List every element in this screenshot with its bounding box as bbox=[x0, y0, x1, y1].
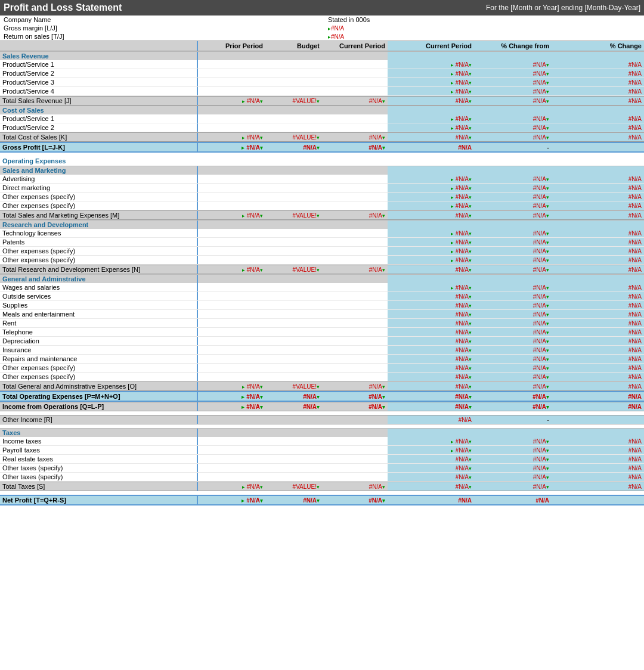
total-operating-expenses-row: Total Operating Expenses [P=M+N+O] ▸ #N/… bbox=[0, 391, 644, 402]
item-prior bbox=[197, 69, 265, 77]
table-row: Outside services #N/A▾ #N/A▾ #N/A bbox=[0, 292, 644, 301]
item-label: Product/Service 4 bbox=[0, 87, 197, 95]
total-sales-pct2: #N/A bbox=[552, 97, 644, 105]
item-prior bbox=[197, 60, 265, 69]
item-pct2: #N/A bbox=[552, 87, 644, 95]
company-name: Company Name bbox=[4, 16, 322, 23]
total-sales-budget: #VALUE!▾ bbox=[265, 97, 322, 105]
table-row: Product/Service 2 ▸ #N/A▾ #N/A▾ #N/A bbox=[0, 123, 644, 132]
table-row: Wages and salaries ▸ #N/A▾ #N/A▾ #N/A bbox=[0, 283, 644, 292]
table-row: Supplies #N/A▾ #N/A▾ #N/A bbox=[0, 301, 644, 310]
item-pct: #N/A▾ bbox=[474, 69, 552, 77]
total-sales-label: Total Sales Revenue [J] bbox=[0, 97, 197, 105]
table-row: Product/Service 1 ▸ #N/A▾ #N/A▾ #N/A bbox=[0, 114, 644, 123]
item-current2: ▸ #N/A▾ bbox=[388, 87, 474, 95]
item-pct2: #N/A bbox=[552, 60, 644, 69]
table-row: Product/Service 4 ▸ #N/A▾ #N/A▾ #N/A bbox=[0, 87, 644, 96]
col-current2-header: Current Period bbox=[388, 41, 474, 51]
col-pct2-header: % Change bbox=[552, 41, 644, 51]
table-row: Meals and entertainment #N/A▾ #N/A▾ #N/A bbox=[0, 310, 644, 319]
taxes-section-header: Taxes bbox=[0, 428, 644, 437]
item-budget bbox=[265, 60, 322, 69]
col-current1-header: Current Period bbox=[322, 41, 388, 51]
total-sales-pct: #N/A▾ bbox=[474, 97, 552, 105]
table-row: Product/Service 3 ▸ #N/A▾ #N/A▾ #N/A bbox=[0, 78, 644, 87]
operating-expenses-header: Operating Expenses bbox=[0, 156, 644, 166]
total-sales-revenue-row: Total Sales Revenue [J] ▸ #N/A▾ #VALUE!▾… bbox=[0, 96, 644, 106]
sr-prior bbox=[197, 52, 265, 60]
item-label: Product/Service 3 bbox=[0, 78, 197, 86]
cost-of-sales-section-header: Cost of Sales bbox=[0, 106, 644, 114]
table-row: Direct marketing ▸ #N/A▾ #N/A▾ #N/A bbox=[0, 184, 644, 193]
table-row: Other expenses (specify) #N/A▾ #N/A▾ #N/… bbox=[0, 373, 644, 381]
net-profit-row: Net Profit [T=Q+R-S] ▸ #N/A▾ #N/A▾ #N/A▾… bbox=[0, 495, 644, 505]
table-row: Product/Service 1 ▸ #N/A▾ #N/A▾ #N/A bbox=[0, 60, 644, 69]
col-budget-header: Budget bbox=[265, 41, 322, 51]
total-cos-label: Total Cost of Sales [K] bbox=[0, 133, 197, 141]
item-current1 bbox=[322, 87, 388, 95]
sales-marketing-section-header: Sales and Marketing bbox=[0, 166, 644, 175]
sr-current2 bbox=[388, 52, 474, 60]
sr-pct2 bbox=[552, 52, 644, 60]
sales-marketing-label: Sales and Marketing bbox=[0, 166, 197, 175]
gross-margin-value: ▸#N/A bbox=[322, 24, 640, 32]
col-prior-period-header: Prior Period bbox=[197, 41, 265, 51]
gross-margin-label: Gross margin [L/J] bbox=[4, 24, 322, 32]
table-row: Other expenses (specify) ▸ #N/A▾ #N/A▾ #… bbox=[0, 201, 644, 210]
item-prior bbox=[197, 87, 265, 95]
item-pct: #N/A▾ bbox=[474, 87, 552, 95]
table-row: Repairs and maintenance #N/A▾ #N/A▾ #N/A bbox=[0, 355, 644, 364]
item-current2: ▸ #N/A▾ bbox=[388, 78, 474, 86]
table-row: Income taxes ▸ #N/A▾ #N/A▾ #N/A bbox=[0, 437, 644, 446]
item-label: Product/Service 2 bbox=[0, 69, 197, 77]
table-row: Rent #N/A▾ #N/A▾ #N/A bbox=[0, 319, 644, 328]
stated-label: Stated in 000s bbox=[322, 16, 640, 23]
table-row: Other taxes (specify) #N/A▾ #N/A▾ #N/A bbox=[0, 473, 644, 482]
total-sales-current1: #N/A▾ bbox=[322, 97, 388, 105]
table-row: Other expenses (specify) ▸ #N/A▾ #N/A▾ #… bbox=[0, 256, 644, 265]
column-headers: Prior Period Budget Current Period Curre… bbox=[0, 41, 644, 51]
table-row: Telephone #N/A▾ #N/A▾ #N/A bbox=[0, 328, 644, 337]
table-row: Technology licenses ▸ #N/A▾ #N/A▾ #N/A bbox=[0, 229, 644, 238]
header-bar: Profit and Loss Statement For the [Month… bbox=[0, 0, 644, 15]
operating-expenses-label: Operating Expenses bbox=[2, 157, 66, 165]
research-dev-section-header: Research and Development bbox=[0, 220, 644, 229]
return-on-sales-row: Return on sales [T/J] ▸#N/A bbox=[0, 32, 644, 41]
other-income-row: Other Income [R] #N/A - bbox=[0, 415, 644, 424]
item-budget bbox=[265, 87, 322, 95]
table-row: Other expenses (specify) #N/A▾ #N/A▾ #N/… bbox=[0, 364, 644, 373]
page-title: Profit and Loss Statement bbox=[4, 2, 122, 13]
table-row: Other expenses (specify) ▸ #N/A▾ #N/A▾ #… bbox=[0, 247, 644, 256]
sales-revenue-section-header: Sales Revenue bbox=[0, 51, 644, 60]
item-label: Product/Service 1 bbox=[0, 114, 197, 123]
table-row: Product/Service 2 ▸ #N/A▾ #N/A▾ #N/A bbox=[0, 69, 644, 78]
taxes-label: Taxes bbox=[0, 429, 197, 437]
item-current1 bbox=[322, 69, 388, 77]
gross-profit-label: Gross Profit [L=J-K] bbox=[0, 143, 197, 151]
company-info-row: Company Name Stated in 000s bbox=[0, 15, 644, 24]
item-budget bbox=[265, 69, 322, 77]
research-dev-label: Research and Development bbox=[0, 221, 197, 229]
col-label-header bbox=[0, 41, 197, 51]
sales-revenue-label: Sales Revenue bbox=[0, 52, 197, 60]
item-budget bbox=[265, 78, 322, 86]
sr-pct bbox=[474, 52, 552, 60]
table-row: Insurance #N/A▾ #N/A▾ #N/A bbox=[0, 346, 644, 355]
period-label: For the [Month or Year] ending [Month-Da… bbox=[486, 4, 640, 12]
gross-profit-row: Gross Profit [L=J-K] ▸ #N/A▾ #N/A▾ #N/A▾… bbox=[0, 142, 644, 153]
income-operations-row: Income from Operations [Q=L-P] ▸ #N/A▾ #… bbox=[0, 402, 644, 411]
cost-of-sales-label: Cost of Sales bbox=[0, 106, 197, 114]
return-on-sales-label: Return on sales [T/J] bbox=[4, 33, 322, 40]
general-admin-label: General and Adminstrative bbox=[0, 275, 197, 283]
item-current2: ▸ #N/A▾ bbox=[388, 60, 474, 69]
total-general-admin-row: Total General and Adminstrative Expenses… bbox=[0, 381, 644, 391]
item-current2: ▸ #N/A▾ bbox=[388, 69, 474, 77]
item-pct: #N/A▾ bbox=[474, 78, 552, 86]
general-admin-section-header: General and Adminstrative bbox=[0, 274, 644, 283]
table-row: Real estate taxes #N/A▾ #N/A▾ #N/A bbox=[0, 455, 644, 464]
item-current1 bbox=[322, 60, 388, 69]
item-pct2: #N/A bbox=[552, 78, 644, 86]
total-sales-prior: ▸ #N/A▾ bbox=[197, 97, 265, 105]
return-on-sales-value: ▸#N/A bbox=[322, 33, 640, 40]
item-current1 bbox=[322, 78, 388, 86]
